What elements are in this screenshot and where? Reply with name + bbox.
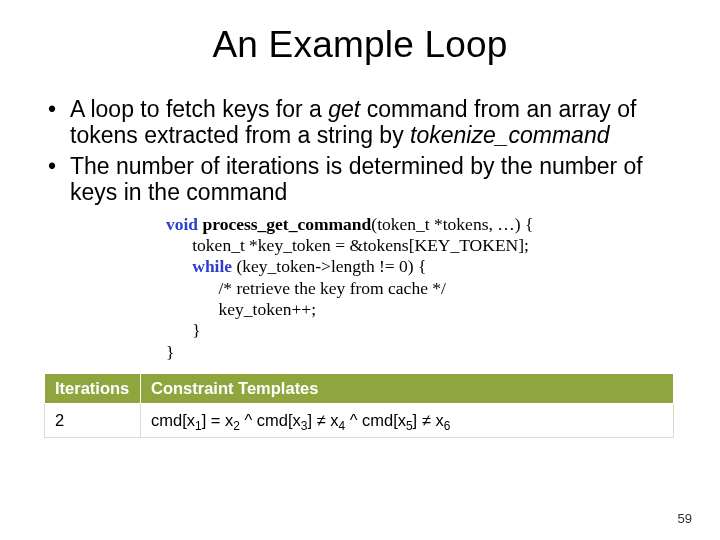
expr: ^ cmd[x: [345, 411, 406, 429]
col-header-iterations: Iterations: [45, 374, 141, 404]
code-text: (token_t *tokens, …) {: [371, 214, 533, 234]
cell-iterations: 2: [45, 404, 141, 438]
text: The number of iterations is determined b…: [70, 153, 643, 205]
code-text: key_token++;: [166, 299, 316, 319]
slide-title: An Example Loop: [44, 24, 676, 66]
subscript: 5: [406, 419, 413, 433]
code-text: }: [166, 320, 201, 340]
italic-term: get: [328, 96, 360, 122]
keyword-void: void: [166, 214, 198, 234]
bullet-item: The number of iterations is determined b…: [46, 153, 676, 206]
subscript: 2: [233, 419, 240, 433]
bullet-list: A loop to fetch keys for a get command f…: [46, 96, 676, 206]
col-header-templates: Constraint Templates: [141, 374, 674, 404]
function-name: process_get_command: [202, 214, 371, 234]
expr: ] = x: [202, 411, 234, 429]
expr: cmd[x: [151, 411, 195, 429]
code-text: [166, 256, 192, 276]
table-header-row: Iterations Constraint Templates: [45, 374, 674, 404]
table-row: 2 cmd[x1] = x2 ^ cmd[x3] ≠ x4 ^ cmd[x5] …: [45, 404, 674, 438]
cell-template: cmd[x1] = x2 ^ cmd[x3] ≠ x4 ^ cmd[x5] ≠ …: [141, 404, 674, 438]
text: A loop to fetch keys for a: [70, 96, 328, 122]
italic-term: tokenize_command: [410, 122, 609, 148]
code-block: void process_get_command(token_t *tokens…: [166, 214, 676, 363]
bullet-item: A loop to fetch keys for a get command f…: [46, 96, 676, 149]
expr: ^ cmd[x: [240, 411, 301, 429]
code-text: }: [166, 342, 174, 362]
code-text: /* retrieve the key from cache */: [166, 278, 446, 298]
expr: ] ≠ x: [307, 411, 338, 429]
subscript: 6: [444, 419, 451, 433]
subscript: 1: [195, 419, 202, 433]
expr: ] ≠ x: [413, 411, 444, 429]
code-text: token_t *key_token = &tokens[KEY_TOKEN];: [166, 235, 529, 255]
page-number: 59: [678, 511, 692, 526]
code-text: (key_token->length != 0) {: [232, 256, 426, 276]
constraints-table: Iterations Constraint Templates 2 cmd[x1…: [44, 373, 674, 438]
keyword-while: while: [192, 256, 232, 276]
